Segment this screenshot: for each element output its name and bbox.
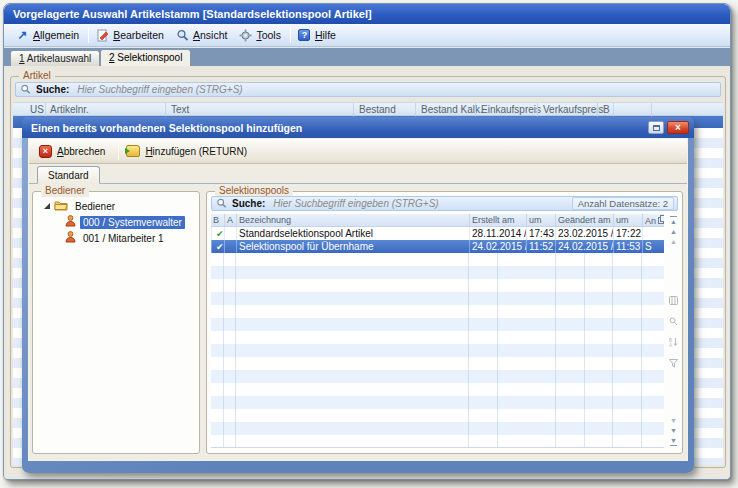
colhead-geaendert-um: um <box>613 214 642 226</box>
menu-bearbeiten-label: Bearbeiten <box>113 29 164 41</box>
restore-button[interactable] <box>648 121 664 134</box>
scroll-up-icon[interactable]: ▲ <box>670 228 677 235</box>
tab-selektionspool[interactable]: 2 Selektionspool <box>100 49 191 66</box>
gear-icon <box>239 29 252 42</box>
check-icon: ✔ <box>214 242 224 252</box>
col-verkaufspreis: Verkaufspreis <box>543 104 604 115</box>
dialog-title: Einen bereits vorhandenen Selektionspool… <box>31 122 645 134</box>
filter-icon[interactable] <box>669 354 678 372</box>
bediener-group-caption: Bediener <box>41 185 89 197</box>
cell-bezeichnung: Standardselektionspool Artikel <box>236 227 469 240</box>
cell-an: S <box>642 240 664 253</box>
tab-artikelauswahl[interactable]: 1 Artikelauswahl <box>10 50 100 66</box>
page-down-icon[interactable]: ▼ <box>670 417 677 424</box>
tree-root-label: Bediener <box>72 200 118 213</box>
col-artikelnr: Artikelnr. <box>50 104 89 115</box>
grid-nav-strip: ▲ ▲ ▲ BA ▼ ▼ ▼ <box>667 214 680 448</box>
search-small-icon[interactable] <box>669 312 678 330</box>
menu-tools-label: Tools <box>256 29 281 41</box>
cancel-x-icon: × <box>39 145 52 158</box>
scroll-down-icon[interactable]: ▼ <box>670 427 677 434</box>
tree-item-mitarbeiter1[interactable]: 001 / Mitarbeiter 1 <box>35 230 197 246</box>
menu-ansicht[interactable]: Ansicht <box>171 27 234 44</box>
artikel-group-caption: Artikel <box>19 70 55 82</box>
cell-erstellt-um: 17:43 <box>526 227 555 240</box>
folder-icon <box>54 200 68 213</box>
window-titlebar[interactable]: Vorgelagerte Auswahl Artikelstamm [Stand… <box>4 4 730 24</box>
col-einkaufspreis: Einkaufspreis <box>481 104 541 115</box>
close-icon: × <box>675 122 681 133</box>
col-us: US <box>30 104 44 115</box>
sort-icon[interactable]: BA <box>669 333 678 351</box>
pool-row-standardselektionspool[interactable]: ✔ Standardselektionspool Artikel 28.11.2… <box>211 227 664 240</box>
dialog-tab-row: Standard <box>29 164 687 184</box>
tab-standard-label: Standard <box>48 170 89 181</box>
pools-grid-empty-rows[interactable] <box>211 253 664 447</box>
user-icon <box>65 231 76 245</box>
close-button[interactable]: × <box>667 121 689 134</box>
col-bestand: Bestand <box>359 104 396 115</box>
colhead-a: A <box>224 214 236 226</box>
tab-band: 1 Artikelauswahl 2 Selektionspool <box>4 48 730 66</box>
search-icon <box>215 197 228 210</box>
columns-icon[interactable] <box>669 291 678 309</box>
restore-icon <box>653 125 660 131</box>
expander-icon[interactable] <box>44 203 50 209</box>
col-bestand-kalk: Bestand Kalk. <box>421 104 483 115</box>
cell-geaendert-am: 24.02.2015 /Di <box>555 240 613 253</box>
dialog-content: Bediener Bediener <box>29 184 687 460</box>
abbrechen-label: Abbrechen <box>57 146 105 157</box>
artikel-table-header[interactable]: US Artikelnr. Text Bestand Bestand Kalk.… <box>13 102 723 116</box>
colhead-bezeichnung: Bezeichnung <box>236 214 469 226</box>
pools-grid-header[interactable]: B A Bezeichnung Erstellt am um Geändert … <box>211 214 664 227</box>
selektionspools-group: Selektionspools Suche: Hier Suchbegriff … <box>206 191 683 454</box>
scroll-top-icon[interactable]: ▲ <box>670 216 677 225</box>
bediener-tree: Bediener 000 / Systemverwalter <box>35 198 197 246</box>
tree-root-bediener[interactable]: Bediener <box>35 198 197 214</box>
screen: Vorgelagerte Auswahl Artikelstamm [Stand… <box>0 0 738 488</box>
cell-erstellt-am: 24.02.2015 /Di <box>469 240 526 253</box>
user-icon <box>65 215 76 229</box>
abbrechen-button[interactable]: × Abbrechen <box>36 143 114 160</box>
pools-grid: B A Bezeichnung Erstellt am um Geändert … <box>211 214 664 448</box>
cell-geaendert-um: 17:22 <box>613 227 642 240</box>
artikel-search-placeholder: Hier Suchbegriff eingeben (STRG+S) <box>77 84 242 95</box>
dialog-toolbar: × Abbrechen Hinzufügen (RETURN) <box>29 139 687 164</box>
menu-ansicht-label: Ansicht <box>193 29 227 41</box>
cell-an <box>642 227 664 240</box>
pools-search-label: Suche: <box>232 198 265 209</box>
tab-standard[interactable]: Standard <box>37 166 100 184</box>
tree-item-systemverwalter[interactable]: 000 / Systemverwalter <box>35 214 197 230</box>
toolbar-separator <box>118 143 119 160</box>
tree-item-systemverwalter-label: 000 / Systemverwalter <box>80 216 185 229</box>
menu-tools[interactable]: Tools <box>234 27 288 44</box>
svg-text:A: A <box>669 342 672 347</box>
cell-erstellt-um: 11:52 <box>526 240 555 253</box>
menu-hilfe[interactable]: ? Hilfe <box>293 27 343 44</box>
tab-artikelauswahl-label: 1 Artikelauswahl <box>19 51 91 66</box>
hinzufuegen-label: Hinzufügen (RETURN) <box>145 146 247 157</box>
record-count-badge: Anzahl Datensätze: 2 <box>572 197 674 210</box>
dialog-titlebar[interactable]: Einen bereits vorhandenen Selektionspool… <box>22 117 694 138</box>
cell-bezeichnung: Selektionspool für Übernhame <box>236 240 469 253</box>
edit-icon <box>96 29 109 42</box>
col-b: B <box>603 104 610 115</box>
col-text: Text <box>171 104 189 115</box>
menu-allgemein-label: Allgemein <box>33 29 79 41</box>
menu-allgemein[interactable]: ↗ Allgemein <box>11 27 86 44</box>
add-selektionspool-dialog: Einen bereits vorhandenen Selektionspool… <box>22 117 694 473</box>
copy-icon <box>658 215 664 226</box>
add-folder-icon <box>126 145 140 157</box>
bediener-group: Bediener Bediener <box>32 191 200 454</box>
menu-bearbeiten[interactable]: Bearbeiten <box>91 27 171 44</box>
hinzufuegen-button[interactable]: Hinzufügen (RETURN) <box>123 143 256 159</box>
pool-row-uebernahme-selected[interactable]: ✔ Selektionspool für Übernhame 24.02.201… <box>211 240 664 253</box>
page-up-icon[interactable]: ▲ <box>670 238 677 245</box>
menu-separator <box>290 27 291 43</box>
cell-erstellt-am: 28.11.2014 /Fr <box>469 227 526 240</box>
scroll-bottom-icon[interactable]: ▼ <box>670 437 677 446</box>
tree-item-mitarbeiter1-label: 001 / Mitarbeiter 1 <box>80 232 167 245</box>
artikel-search-bar[interactable]: Suche: Hier Suchbegriff eingeben (STRG+S… <box>15 82 721 97</box>
pools-search-bar[interactable]: Suche: Hier Suchbegriff eingeben (STRG+S… <box>211 196 678 211</box>
menu-separator <box>88 27 89 43</box>
